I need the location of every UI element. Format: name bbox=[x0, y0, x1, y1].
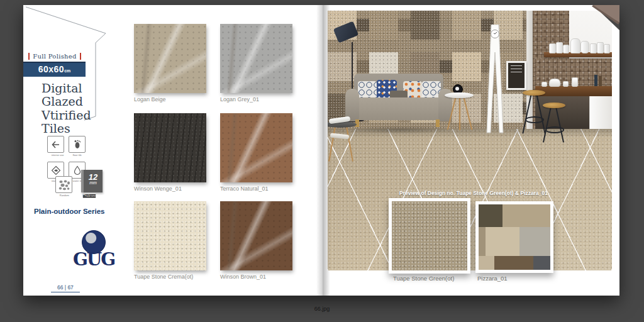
feature-thickness: 12 mm Thickness bbox=[79, 170, 100, 196]
round-side-table bbox=[445, 92, 474, 98]
feature-label: interior use bbox=[52, 153, 60, 157]
jar bbox=[556, 42, 563, 53]
tile-name: Tuape Stone Crema(ot) bbox=[134, 274, 216, 280]
canister bbox=[590, 43, 597, 53]
catalog-page-right: Preview of Design no. Tuape Stone Green(… bbox=[323, 5, 619, 296]
size-value: 60x60 bbox=[38, 64, 64, 74]
pitcher bbox=[570, 38, 580, 53]
red-tick-right bbox=[80, 53, 81, 60]
catalog-spread: Full Polished 60x60cm Digital Glazed Vti… bbox=[23, 5, 619, 296]
canister bbox=[604, 44, 610, 53]
tile-name: Logan Grey_01 bbox=[220, 96, 302, 103]
standing-floor-clock bbox=[482, 25, 508, 135]
pizzara-cell bbox=[486, 227, 519, 256]
tile-swatch-logan-grey bbox=[220, 24, 292, 93]
jar bbox=[563, 45, 569, 53]
brand-logo: GUG bbox=[56, 230, 131, 270]
series-name: Plain-outdoor Series bbox=[34, 208, 104, 215]
arrow-left-icon bbox=[47, 136, 64, 153]
pizzara-cell bbox=[479, 256, 494, 270]
size-banner: 60x60cm bbox=[23, 62, 86, 77]
bar-stool-seat bbox=[523, 90, 545, 96]
pizzara-cell bbox=[479, 204, 502, 227]
wood-counter bbox=[535, 86, 612, 96]
jar bbox=[549, 43, 556, 53]
tile-swatch-terraco-natural bbox=[220, 113, 292, 182]
pizzara-cell bbox=[519, 227, 550, 256]
feature-label: floor tile bbox=[73, 153, 82, 157]
pizzara-cell bbox=[494, 256, 533, 270]
framed-chalkboard bbox=[506, 61, 526, 90]
preview-tile-tuape-green bbox=[389, 198, 470, 274]
pizzara-patchwork bbox=[479, 204, 550, 270]
stool-footring bbox=[525, 116, 544, 123]
feature-floor-tile: floor tile bbox=[69, 136, 86, 159]
finish-label: Full Polished bbox=[23, 53, 86, 60]
thickness-unit: mm bbox=[84, 180, 103, 185]
filename-caption: 66.jpg bbox=[0, 306, 644, 312]
red-tick-left bbox=[28, 53, 30, 60]
teapot bbox=[549, 79, 560, 87]
page-numbers: 66 | 67 bbox=[51, 284, 80, 292]
page-title: Digital Glazed Vtirified Tiles bbox=[42, 82, 91, 135]
image-viewer-canvas: { "viewer": { "filename": "66.jpg" }, "c… bbox=[0, 0, 644, 322]
spine-shadow-left bbox=[316, 5, 323, 296]
tile-swatch-logan-beige bbox=[134, 24, 206, 93]
random-pattern-icon bbox=[55, 176, 72, 193]
jar bbox=[580, 41, 589, 53]
sofa-seat bbox=[349, 97, 448, 120]
tile-name: Logan Beige bbox=[134, 96, 216, 103]
finish-label-text: Full Polished bbox=[33, 53, 77, 60]
size-unit: cm bbox=[64, 69, 70, 73]
page-corner-fold bbox=[582, 5, 619, 43]
table-leg bbox=[459, 97, 460, 130]
preview-tile-pizzara bbox=[475, 201, 553, 273]
cup bbox=[541, 82, 547, 87]
tile-swatch-winson-wenge bbox=[134, 113, 206, 182]
thickness-label: Thickness bbox=[83, 194, 96, 197]
footprint-icon bbox=[69, 136, 86, 153]
tile-name: Winson Brown_01 bbox=[220, 274, 302, 280]
tuape-green-texture bbox=[392, 201, 467, 270]
feature-interior-use: interior use bbox=[47, 136, 64, 159]
book bbox=[599, 76, 602, 86]
pizzara-cell bbox=[502, 204, 550, 227]
tile-name: Terraco Natural_01 bbox=[220, 186, 302, 192]
cup bbox=[563, 81, 569, 87]
preview-tile-name: Tuape Stone Green(ot) bbox=[393, 275, 454, 282]
brand-logo-text: GUG bbox=[56, 249, 131, 270]
tile-swatch-winson-brown bbox=[220, 201, 292, 270]
catalog-page-left: Full Polished 60x60cm Digital Glazed Vti… bbox=[23, 5, 323, 296]
tile-swatch-tuape-crema bbox=[134, 201, 206, 270]
stool-footring bbox=[545, 126, 564, 133]
thickness-book-icon: 12 mm bbox=[81, 170, 103, 192]
feature-random: Random bbox=[55, 176, 72, 199]
bar-stool-seat bbox=[543, 103, 565, 108]
sofa-leg bbox=[436, 119, 440, 127]
feature-label: Random bbox=[60, 194, 69, 197]
book bbox=[594, 75, 597, 86]
preview-tile-name: Pizzara_01 bbox=[477, 275, 508, 282]
pizzara-cell bbox=[479, 227, 486, 256]
canister bbox=[597, 42, 604, 53]
tile-name: Winson Wenge_01 bbox=[134, 186, 216, 192]
preview-caption: Preview of Design no. Tuape Stone Green(… bbox=[382, 190, 565, 196]
bottle bbox=[572, 77, 578, 87]
pizzara-cell bbox=[533, 256, 550, 270]
